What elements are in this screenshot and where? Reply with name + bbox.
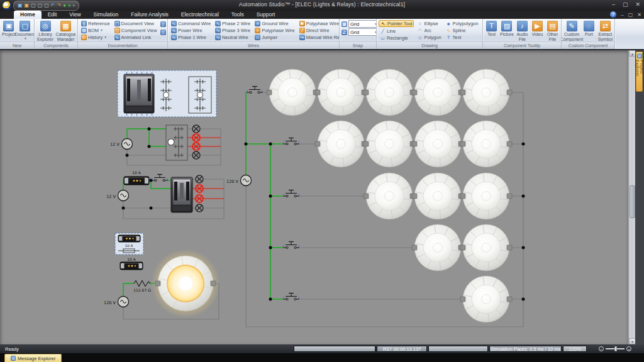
zoom-in-icon[interactable]: +	[626, 346, 631, 351]
line-button[interactable]: ╱Line	[379, 28, 414, 34]
document-button[interactable]: ▢Document▾	[18, 20, 33, 40]
ceiling-lamp[interactable]	[318, 69, 364, 116]
relay-component-photo[interactable]	[171, 177, 192, 212]
relay-physical-demo[interactable]: 10 A12 V	[106, 170, 224, 219]
doc-minimize-icon[interactable]: –	[621, 12, 623, 18]
light-bulb-lit[interactable]	[151, 249, 220, 318]
indicator-lamp-on[interactable]	[194, 194, 204, 203]
tab-tools[interactable]: Tools	[225, 11, 250, 19]
catalogue-manager-button[interactable]: ▦Catalogue Manager	[56, 20, 75, 41]
pushbutton-switch[interactable]	[247, 87, 263, 94]
library-explorer-button[interactable]: ◎Library Explorer	[36, 20, 54, 41]
ceiling-lamp[interactable]	[463, 69, 509, 116]
polyphase-wire-configuration-button[interactable]: ✱Polyphase Wire Configuration	[298, 20, 339, 26]
fuse-component-photo[interactable]	[120, 262, 143, 270]
lamp-grid-circuit[interactable]: 120 V	[226, 69, 525, 327]
message-explorer-tab[interactable]: ▤ Message Explorer	[4, 354, 62, 362]
ceiling-lamp[interactable]	[414, 121, 461, 167]
minimize-icon[interactable]: –	[612, 1, 615, 8]
ac-source[interactable]: 12 V	[106, 190, 128, 201]
ceiling-lamp[interactable]	[463, 224, 509, 271]
custom-component-button[interactable]: ✎Custom Component	[564, 20, 580, 41]
animated-link-button[interactable]: ∿Animated Link	[113, 34, 158, 40]
port-button[interactable]: ◌Port	[582, 20, 596, 37]
power-wire-button[interactable]: ∿Power Wire	[170, 27, 212, 33]
picture-button[interactable]: ▨Picture	[481, 20, 482, 26]
bom-button[interactable]: ▤BOM▾	[80, 27, 111, 33]
text-button[interactable]: TText	[485, 20, 498, 37]
zoom-out-icon[interactable]: −	[599, 346, 604, 351]
ceiling-lamp[interactable]	[366, 121, 413, 167]
snap-grid-dropdown[interactable]: Grid▾	[348, 20, 376, 28]
indicator-lamp-on[interactable]	[194, 184, 204, 193]
ceiling-lamp[interactable]	[463, 173, 509, 219]
phase-2-wire-button[interactable]: ∿Phase 2 Wire	[214, 20, 252, 26]
fuse-panel[interactable]: 10 A	[115, 233, 143, 255]
schematic-canvas[interactable]: 12 V10 A12 V10 A10 A112.67 Ω120 V120 V	[0, 50, 628, 344]
audio-file-button[interactable]: ♪Audio File	[516, 20, 529, 41]
pushbutton-switch[interactable]	[152, 175, 168, 182]
bulb-demo[interactable]: 112.67 Ω120 V	[104, 249, 220, 319]
ceiling-lamp[interactable]	[414, 224, 461, 271]
indicator-lamp-on[interactable]	[191, 141, 201, 151]
extract-symbol-button[interactable]: ⇄Extract Symbol	[598, 20, 613, 41]
close-icon[interactable]: ✕	[635, 1, 640, 8]
picture-button[interactable]: ▨Picture	[500, 20, 514, 37]
phase-3-wire-button[interactable]: ∿Phase 3 Wire	[214, 27, 252, 33]
polyphase-wire-button[interactable]: ≈Polyphase Wire	[253, 27, 296, 33]
relay-schematic-demo[interactable]: 12 V	[110, 125, 221, 165]
video-button[interactable]: ▶Video	[531, 20, 544, 37]
relay-component-panel[interactable]	[118, 70, 216, 117]
ground-wire-button[interactable]: ≡Ground Wire	[253, 20, 296, 26]
tab-simulation[interactable]: Simulation	[87, 11, 125, 19]
text-button[interactable]: TText	[445, 34, 480, 40]
ceiling-lamp[interactable]	[269, 69, 316, 116]
ceiling-lamp[interactable]	[463, 276, 509, 322]
pushbutton-switch[interactable]	[283, 138, 299, 145]
maximize-icon[interactable]: ▢	[623, 1, 628, 8]
history-button[interactable]: ↻History▾	[80, 34, 111, 40]
ac-source[interactable]: 120 V	[226, 175, 251, 186]
direct-wire-button[interactable]: ╱Direct Wire	[298, 27, 339, 33]
tab-edit[interactable]: Edit	[42, 11, 64, 19]
spline-button[interactable]: ∿Spline	[445, 27, 480, 33]
ellipse-button[interactable]: ○Ellipse	[416, 20, 442, 26]
tab-view[interactable]: View	[63, 11, 87, 19]
help-icon[interactable]: ?	[610, 11, 616, 18]
neutral-wire-button[interactable]: ∿Neutral Wire	[214, 34, 252, 40]
indicator-lamp-on[interactable]	[191, 133, 201, 142]
ac-source[interactable]: 120 V	[104, 297, 128, 307]
tab-failure-analysis[interactable]: Failure Analysis	[125, 11, 175, 19]
ceiling-lamp[interactable]	[463, 121, 509, 167]
phase-1-wire-button[interactable]: ∿Phase 1 Wire	[170, 34, 212, 40]
relay-component-photo[interactable]	[124, 74, 154, 113]
ac-source[interactable]: 12 V	[110, 139, 132, 150]
pushbutton-switch[interactable]	[283, 190, 299, 197]
ceiling-lamp[interactable]	[366, 69, 413, 116]
tab-support[interactable]: Support	[250, 11, 282, 19]
fuse-component-photo[interactable]	[124, 177, 149, 185]
polygon-button[interactable]: ◇Polygon	[416, 34, 442, 40]
project-explorer-tab[interactable]: ▤ Project Explorer	[636, 52, 643, 92]
project-button[interactable]: ▣Project	[2, 20, 16, 37]
zoom-slider-track[interactable]	[606, 348, 625, 349]
arc-button[interactable]: ◠Arc	[416, 27, 442, 33]
pushbutton-switch[interactable]	[283, 242, 299, 249]
spare-fuse[interactable]: 10 A	[120, 257, 143, 270]
scrollbar-thumb[interactable]	[630, 185, 635, 218]
snap-grid-dropdown[interactable]: Grid▾	[348, 28, 376, 36]
ceiling-lamp[interactable]	[318, 121, 364, 167]
doc-restore-icon[interactable]: ▢	[628, 12, 633, 18]
reference-button[interactable]: §Reference	[80, 20, 111, 26]
ceiling-lamp[interactable]	[414, 69, 461, 116]
tab-electrotechnical[interactable]: Electrotechnical	[175, 11, 225, 19]
tab-home[interactable]: Home	[14, 11, 42, 19]
zoom-slider[interactable]: −+	[588, 346, 642, 352]
rectangle-button[interactable]: ▭Rectangle	[379, 35, 414, 41]
zoom-slider-thumb[interactable]	[614, 346, 617, 351]
doc-close-icon[interactable]: ✕	[637, 12, 641, 18]
component-view-button[interactable]: ◫Component View	[113, 27, 158, 33]
other-file-button[interactable]: ▤Other File	[546, 20, 559, 41]
document-view-button[interactable]: ▢Document View	[113, 20, 158, 26]
pushbutton-switch[interactable]	[283, 293, 299, 300]
